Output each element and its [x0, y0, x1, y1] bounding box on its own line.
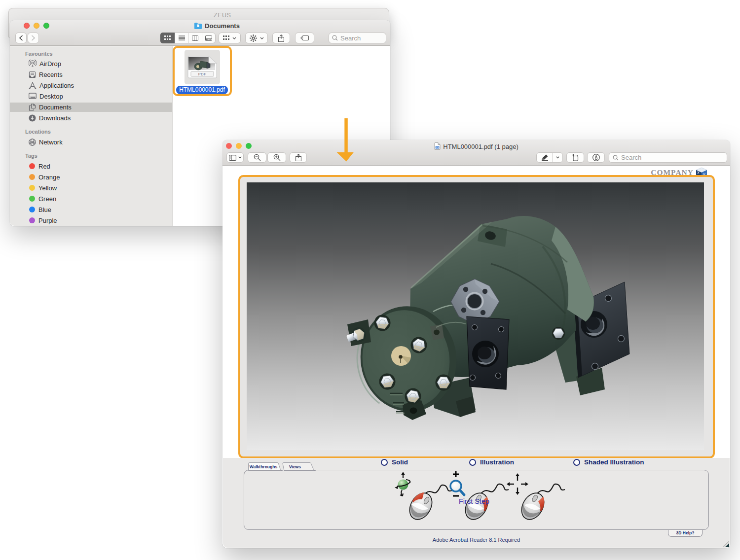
svg-text:PDF: PDF — [436, 147, 440, 149]
svg-text:PDF: PDF — [198, 72, 207, 76]
svg-text:Walkthroughs: Walkthroughs — [250, 464, 278, 469]
svg-text:Views: Views — [289, 464, 301, 469]
